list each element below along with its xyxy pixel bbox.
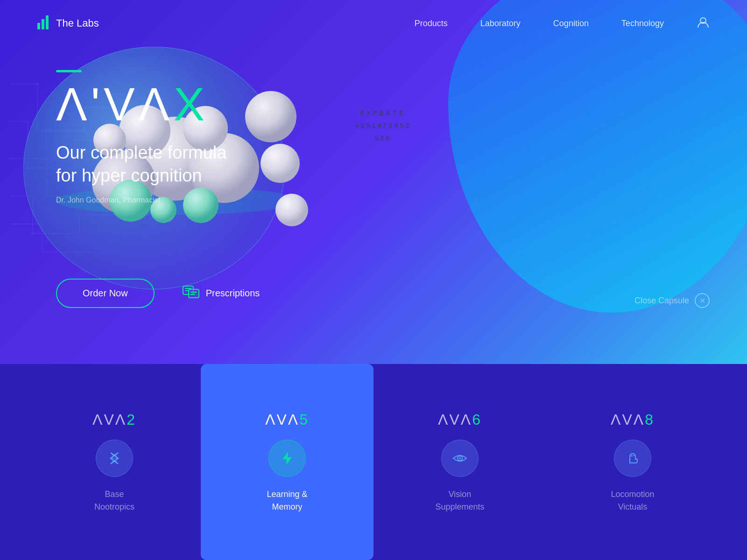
navigation: The Labs Products Laboratory Cognition T… — [0, 0, 747, 47]
logo-icon — [37, 14, 50, 32]
nav-products[interactable]: Products — [415, 19, 448, 28]
nav-laboratory[interactable]: Laboratory — [480, 19, 521, 28]
user-icon[interactable] — [697, 16, 710, 31]
close-capsule-label: Close Capsule — [634, 296, 689, 306]
product-icon-circle-ava2 — [96, 440, 133, 477]
svg-rect-20 — [46, 15, 49, 29]
svg-point-32 — [459, 457, 461, 459]
hero-doctor: Dr. John Goodman, Pharmacist — [56, 196, 226, 204]
svg-point-12 — [261, 144, 300, 183]
product-card-ava6[interactable]: ΛVΛ6 Vision Supplements — [374, 364, 546, 560]
product-name-ava6: ΛVΛ6 — [438, 411, 482, 428]
hero-section: EXPDATE 4551471452 520 The Labs Products… — [0, 0, 747, 364]
foot-icon — [624, 450, 641, 467]
bolt-icon — [279, 450, 296, 467]
svg-rect-27 — [190, 294, 195, 295]
order-now-button[interactable]: Order Now — [56, 279, 155, 308]
product-label-ava5: Learning & Memory — [267, 488, 307, 513]
svg-point-4 — [31, 232, 34, 235]
nav-cognition[interactable]: Cognition — [553, 19, 589, 28]
product-name-ava2: ΛVΛ2 — [92, 411, 136, 428]
svg-rect-23 — [185, 288, 191, 289]
dna-icon — [106, 450, 123, 467]
hero-actions: Order Now Prescriptions — [56, 279, 260, 308]
logo-text: The Labs — [56, 17, 99, 29]
expdate-label: EXPDATE 4551471452 520 — [355, 107, 411, 145]
product-name-ava8: ΛVΛ8 — [611, 411, 655, 428]
svg-rect-19 — [42, 19, 44, 29]
hero-tagline: Our complete formula for hyper cognition — [56, 141, 226, 188]
prescriptions-label: Prescriptions — [206, 288, 260, 299]
svg-rect-26 — [190, 292, 197, 293]
product-card-ava8[interactable]: ΛVΛ8 Locomotion Victuals — [546, 364, 719, 560]
svg-point-33 — [631, 455, 633, 457]
sphere-bg — [448, 0, 747, 313]
product-icon-circle-ava8 — [614, 440, 651, 477]
eye-icon — [451, 450, 468, 467]
product-icon-circle-ava5 — [268, 440, 306, 477]
nav-technology[interactable]: Technology — [621, 19, 664, 28]
svg-rect-25 — [189, 289, 199, 298]
product-label-ava6: Vision Supplements — [435, 488, 484, 513]
product-name-ava5: ΛVΛ5 — [265, 411, 309, 428]
svg-rect-18 — [37, 23, 40, 29]
prescriptions-icon — [183, 286, 199, 301]
avax-logo: Λ'VΛX — [56, 81, 226, 127]
nav-links: Products Laboratory Cognition Technology — [415, 19, 664, 28]
prescriptions-button[interactable]: Prescriptions — [183, 286, 260, 301]
close-circle-icon: ✕ — [695, 293, 710, 308]
product-icon-circle-ava6 — [441, 440, 479, 477]
hero-content: Λ'VΛX Our complete formula for hyper cog… — [56, 70, 226, 232]
svg-point-13 — [275, 194, 308, 226]
products-section: ΛVΛ2 Base Nootropics ΛVΛ5 Learning — [0, 364, 747, 560]
product-card-ava2[interactable]: ΛVΛ2 Base Nootropics — [28, 364, 201, 560]
avax-accent-bar — [56, 70, 82, 72]
logo-link[interactable]: The Labs — [37, 14, 99, 32]
svg-point-11 — [245, 91, 296, 142]
svg-point-34 — [634, 455, 635, 456]
product-card-ava5[interactable]: ΛVΛ5 Learning & Memory — [201, 364, 374, 560]
close-capsule-button[interactable]: Close Capsule ✕ — [634, 293, 710, 308]
product-label-ava2: Base Nootropics — [94, 488, 134, 513]
product-label-ava8: Locomotion Victuals — [611, 488, 654, 513]
